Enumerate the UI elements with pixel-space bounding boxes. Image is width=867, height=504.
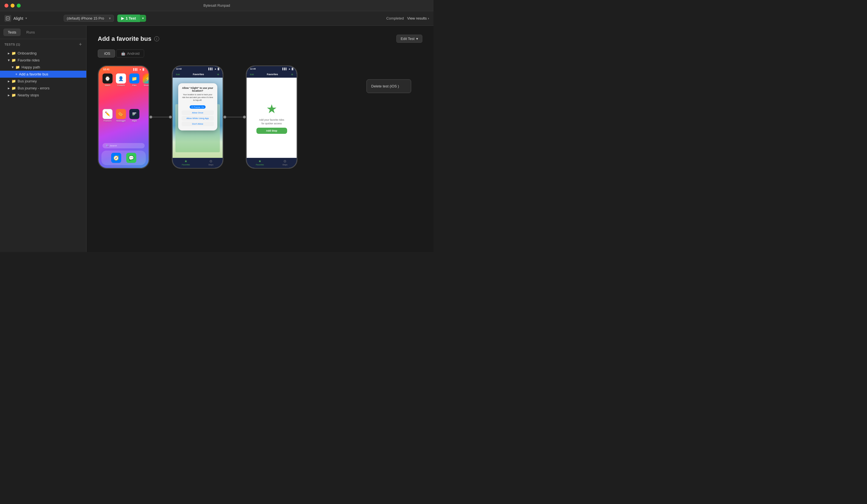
- sidebar-item-label: Happy path: [22, 65, 40, 69]
- main-content-area: Add a favorite bus i Edit Test ▾ Delete …: [87, 26, 434, 252]
- stops-tab-icon: ⊙: [283, 159, 286, 163]
- window-title: Bytesalt Runpad: [203, 3, 230, 8]
- connector-1-2: [149, 116, 172, 118]
- sidebar-item-label: Bus journey - errors: [18, 86, 50, 90]
- phone3-content: ★ Add your favorite ridesfor quicker acc…: [247, 78, 297, 158]
- dont-allow-button[interactable]: Don't Allow: [182, 121, 214, 126]
- sidebar-item-add-favorite-bus[interactable]: ≡ Add a favorite bus: [0, 71, 86, 78]
- signal-icon: ▌▌▌: [133, 68, 138, 71]
- stops-tab-label: Stops: [208, 164, 213, 166]
- favorites-star-icon: ★: [266, 102, 277, 116]
- phone3-status-icons: ▌▌▌ ▲ ▓: [282, 68, 293, 70]
- phone2-screen: 12:42 ▌▌▌ ▲ ▓ Edit Favorites +: [173, 66, 223, 168]
- add-test-button[interactable]: +: [79, 42, 82, 47]
- phone1-screen: 12:41 ▌▌▌ ▲ ▓ ⌚: [99, 66, 149, 168]
- phone2-add-btn: +: [217, 72, 219, 77]
- favorites-empty-text: Add your favorite ridesfor quicker acces…: [259, 118, 284, 125]
- minimize-button[interactable]: [11, 4, 14, 8]
- folder-icon: 📁: [11, 58, 16, 62]
- safari-dock-icon: 🧭: [111, 153, 121, 163]
- svg-rect-5: [132, 115, 135, 116]
- phone2-favorites-title: Favorites: [193, 73, 204, 76]
- sidebar-tab-bar: Tests Runs: [0, 26, 86, 39]
- phone3-tabbar: ★ Favorites ⊙ Stops: [247, 158, 297, 168]
- run-dropdown-button[interactable]: ▾: [140, 15, 146, 22]
- phone1-status-icons: ▌▌▌ ▲ ▓: [133, 68, 144, 71]
- contacts-icon: 👤: [116, 74, 126, 84]
- stops-tab[interactable]: ⊙ Stops: [282, 159, 287, 166]
- sidebar: Tests Runs TESTS (1) + ▶ 📁 Onboarding ▶ …: [0, 26, 87, 252]
- phone1-time: 12:41: [103, 68, 109, 71]
- runs-tab[interactable]: Runs: [22, 29, 39, 36]
- wifi-icon: ▲: [214, 68, 216, 70]
- phone2-map: Allow "Alight" to use your location? You…: [173, 78, 223, 158]
- run-main-button[interactable]: ▶ 1 Test: [117, 14, 140, 22]
- view-results-button[interactable]: View results ›: [407, 16, 429, 20]
- tests-tab[interactable]: Tests: [3, 29, 21, 36]
- home-dock: 🧭 💬: [101, 151, 146, 165]
- device-selector[interactable]: (default) iPhone 15 Pro ▾: [64, 15, 114, 22]
- svg-rect-3: [132, 112, 136, 114]
- edit-test-button[interactable]: Edit Test ▾: [396, 35, 422, 43]
- allow-while-using-button[interactable]: Allow While Using App: [182, 116, 214, 121]
- sidebar-item-bus-journey[interactable]: ▶ 📁 Bus journey: [0, 78, 86, 85]
- titlebar: Bytesalt Runpad: [0, 0, 434, 11]
- device-chevron-icon: ▾: [109, 16, 111, 20]
- phone3-favorites-title: Favorites: [267, 73, 278, 76]
- test-title-row: Add a favorite bus i: [98, 35, 159, 42]
- chevron-right-icon: ▶: [8, 80, 10, 83]
- location-dialog: Allow "Alight" to use your location? You…: [178, 83, 217, 130]
- header: Alight ▾ (default) iPhone 15 Pro ▾ ▶ 1 T…: [0, 11, 434, 26]
- tests-section-title: TESTS (1): [4, 43, 20, 46]
- sidebar-item-onboarding[interactable]: ▶ 📁 Onboarding: [0, 50, 86, 57]
- connector-2-3: [223, 116, 246, 118]
- connector-line: [226, 117, 243, 117]
- edit-test-label: Edit Test: [400, 36, 415, 41]
- wifi-icon: ▲: [288, 68, 290, 70]
- ios-tab[interactable]: iOS: [98, 50, 115, 57]
- phone2-status-icons: ▌▌▌ ▲ ▓: [208, 68, 219, 70]
- edit-test-chevron-icon: ▾: [416, 36, 418, 41]
- sidebar-item-bus-journey-errors[interactable]: ▶ 📁 Bus journey - errors: [0, 85, 86, 92]
- folder-icon: 📁: [15, 65, 20, 69]
- app-name: Alight: [13, 16, 23, 21]
- sidebar-item-label: Favorite rides: [18, 58, 40, 62]
- run-button-group[interactable]: ▶ 1 Test ▾: [117, 14, 146, 22]
- chevron-down-icon: ▶: [11, 66, 14, 68]
- stops-tab-label: Stops: [282, 164, 287, 166]
- favorites-tab[interactable]: ★ Favorites: [182, 159, 190, 166]
- app-selector[interactable]: Alight ▾: [4, 15, 60, 22]
- hotdogger-app: 🌭 HotDogger: [116, 109, 126, 141]
- phone2-time: 12:42: [176, 68, 182, 70]
- phone3-screen: 12:45 ▌▌▌ ▲ ▓ Edit Favorites +: [247, 66, 297, 168]
- phone3-frame: 12:45 ▌▌▌ ▲ ▓ Edit Favorites +: [246, 65, 298, 169]
- delete-test-ios-button[interactable]: Delete test (iOS ): [367, 82, 411, 90]
- android-tab[interactable]: 🤖 Android: [116, 50, 144, 57]
- sidebar-item-favorite-rides[interactable]: ▶ 📁 Favorite rides: [0, 57, 86, 64]
- close-button[interactable]: [4, 4, 8, 8]
- stops-tab[interactable]: ⊙ Stops: [208, 159, 213, 166]
- phone3-add-btn: +: [291, 72, 293, 77]
- test-header: Add a favorite bus i Edit Test ▾ Delete …: [98, 35, 422, 43]
- folder-icon: 📁: [11, 51, 16, 55]
- view-results-label: View results: [407, 16, 427, 20]
- contacts-app: 👤 Contacts: [116, 74, 126, 106]
- signal-icon: ▌▌▌: [208, 68, 213, 70]
- favorites-tab-label: Favorites: [256, 164, 264, 166]
- sidebar-item-happy-path[interactable]: ▶ 📁 Happy path: [0, 64, 86, 71]
- connector-dot-right: [243, 116, 246, 118]
- stops-tab-icon: ⊙: [210, 159, 212, 163]
- dialog-body: Your location is used to track your ride…: [182, 93, 214, 101]
- info-icon[interactable]: i: [154, 36, 159, 41]
- maximize-button[interactable]: [17, 4, 21, 8]
- signal-icon: ▌▌▌: [282, 68, 287, 70]
- phone1-wrapper: 12:41 ▌▌▌ ▲ ▓ ⌚: [98, 65, 149, 169]
- connector-dot-right: [169, 116, 172, 118]
- app-chevron-icon: ▾: [25, 17, 27, 20]
- sidebar-item-nearby-stops[interactable]: ▶ 📁 Nearby stops: [0, 92, 86, 99]
- allow-once-button[interactable]: Allow Once: [182, 110, 214, 115]
- phone2-wrapper: 12:42 ▌▌▌ ▲ ▓ Edit Favorites +: [172, 65, 223, 169]
- add-stop-button[interactable]: Add Stop: [256, 128, 287, 134]
- home-app-grid: ⌚ Watch 👤 Contacts 📁 Files: [99, 71, 149, 143]
- favorites-tab[interactable]: ★ Favorites: [256, 159, 264, 166]
